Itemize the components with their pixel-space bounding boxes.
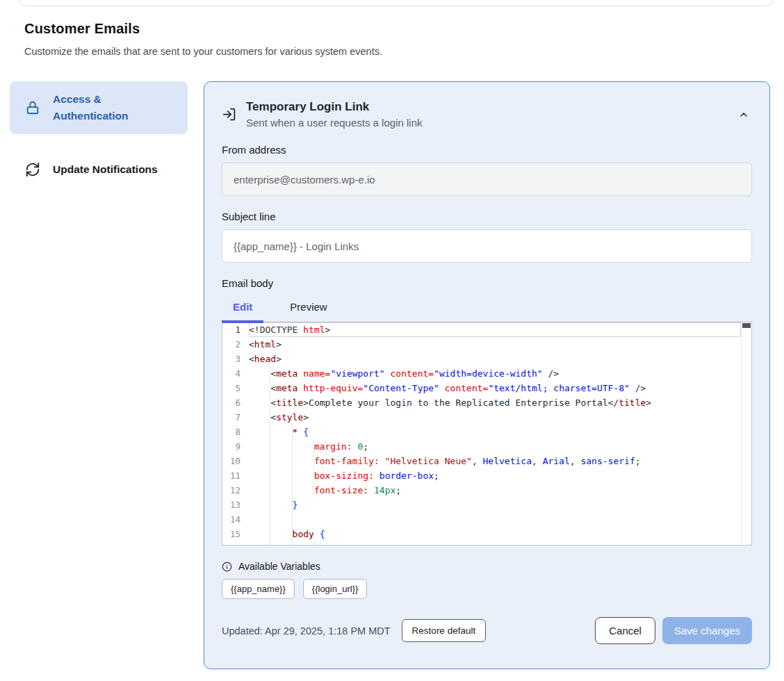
sidebar-item-access-authentication[interactable]: Access & Authentication xyxy=(10,81,188,134)
email-body-label: Email body xyxy=(222,277,752,289)
code-line: 3<head> xyxy=(222,352,741,366)
code-line: 8* { xyxy=(222,425,741,439)
cancel-button[interactable]: Cancel xyxy=(595,617,655,644)
info-icon xyxy=(222,561,232,572)
email-settings-panel: Temporary Login Link Sent when a user re… xyxy=(204,81,770,669)
from-address-input[interactable] xyxy=(222,163,752,196)
panel-header: Temporary Login Link Sent when a user re… xyxy=(222,100,752,129)
code-line: 13} xyxy=(222,498,741,512)
panel-title: Temporary Login Link xyxy=(246,100,726,114)
code-line: 14 xyxy=(222,512,741,527)
previous-card-bottom-edge xyxy=(17,0,775,6)
updated-timestamp: Updated: Apr 29, 2025, 1:18 PM MDT xyxy=(222,625,391,637)
page-title: Customer Emails xyxy=(24,21,770,37)
page-subtitle: Customize the emails that are sent to yo… xyxy=(24,46,770,57)
subject-line-field-group: Subject line xyxy=(222,211,752,263)
collapse-section-button[interactable] xyxy=(735,106,752,123)
subject-line-label: Subject line xyxy=(222,211,752,222)
code-line: 5<meta http-equiv="Content-Type" content… xyxy=(222,381,741,395)
page-header: Customer Emails Customize the emails tha… xyxy=(24,21,770,57)
code-line: 16background-color: #f8f8f8; xyxy=(222,541,741,545)
code-line: 10font-family: "Helvetica Neue", Helveti… xyxy=(222,454,741,468)
available-variables-label: Available Variables xyxy=(238,561,320,572)
code-editor-lines: 1<!DOCTYPE html>2<html>3<head>4<meta nam… xyxy=(222,322,751,545)
available-variables-section: Available Variables {{app_name}} {{login… xyxy=(222,561,752,599)
log-in-icon xyxy=(222,107,236,122)
editor-vertical-scrollbar[interactable] xyxy=(741,323,751,544)
variable-chip-app-name[interactable]: {{app_name}} xyxy=(222,579,295,599)
chevron-up-icon xyxy=(738,109,749,120)
editor-scrollbar-thumb[interactable] xyxy=(742,323,751,328)
sidebar-item-label: Access & Authentication xyxy=(53,91,157,124)
restore-default-button[interactable]: Restore default xyxy=(402,619,487,642)
content: Access & Authentication Update Notificat… xyxy=(10,81,770,669)
save-changes-button[interactable]: Save changes xyxy=(662,617,752,644)
sidebar-item-update-notifications[interactable]: Update Notifications xyxy=(10,151,188,188)
code-line: 4<meta name="viewport" content="width=de… xyxy=(222,366,741,381)
panel-footer: Updated: Apr 29, 2025, 1:18 PM MDT Resto… xyxy=(222,617,752,644)
code-line: 11box-sizing: border-box; xyxy=(222,468,741,483)
refresh-icon xyxy=(25,162,40,177)
code-line: 15body { xyxy=(222,527,741,541)
email-body-field-group: Email body Edit Preview 1<!DOCTYPE html>… xyxy=(222,277,752,545)
lock-icon xyxy=(25,100,40,115)
from-address-field-group: From address xyxy=(222,144,752,196)
code-editor[interactable]: 1<!DOCTYPE html>2<html>3<head>4<meta nam… xyxy=(222,322,752,545)
panel-subtitle: Sent when a user requests a login link xyxy=(246,117,726,129)
code-line: 1<!DOCTYPE html> xyxy=(222,322,741,337)
sidebar-item-label: Update Notifications xyxy=(53,161,158,178)
code-line: 6<title>Complete your login to the Repli… xyxy=(222,395,741,410)
editor-tabs: Edit Preview xyxy=(222,295,752,322)
tab-edit[interactable]: Edit xyxy=(222,295,263,322)
code-line: 2<html> xyxy=(222,337,741,352)
variable-chip-login-url[interactable]: {{login_url}} xyxy=(303,579,368,599)
tab-preview[interactable]: Preview xyxy=(279,295,338,322)
code-line: 12font-size: 14px; xyxy=(222,483,741,498)
subject-line-input[interactable] xyxy=(222,229,752,263)
code-line: 7<style> xyxy=(222,410,741,425)
sidebar: Access & Authentication Update Notificat… xyxy=(10,81,188,188)
code-line: 9margin: 0; xyxy=(222,439,741,454)
from-address-label: From address xyxy=(222,144,752,156)
